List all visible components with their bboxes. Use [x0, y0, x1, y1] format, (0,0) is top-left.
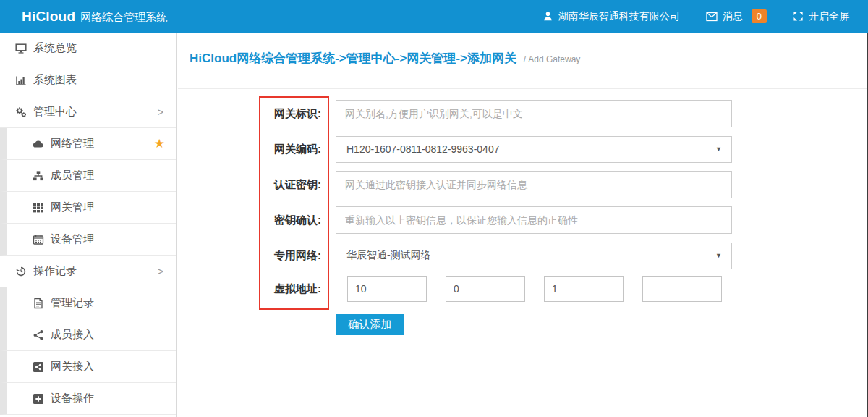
virtual-address-octet-4[interactable]: [642, 276, 722, 302]
sidebar-item-label: 网关管理: [51, 201, 94, 214]
form-row-private-network: 专用网络: 华辰智通-测试网络 ▼: [178, 242, 732, 269]
gateway-code-select[interactable]: H120-1607-0811-0812-9963-0407 ▼: [336, 136, 732, 163]
form-row-virtual-address: 虚拟地址:: [178, 276, 722, 302]
bar-chart-icon: [15, 75, 28, 86]
virtual-address-label: 虚拟地址:: [178, 282, 336, 296]
sidebar-item-label: 系统总览: [33, 41, 77, 55]
gateway-code-value: H120-1607-0811-0812-9963-0407: [346, 143, 499, 155]
share-square-icon: [33, 361, 46, 373]
sidebar-item-system-charts[interactable]: 系统图表: [0, 64, 176, 96]
form-row-gateway-code: 网关编码: H120-1607-0811-0812-9963-0407 ▼: [178, 135, 732, 163]
company-account[interactable]: 湖南华辰智通科技有限公司: [542, 10, 680, 23]
auth-key-input[interactable]: [336, 171, 732, 198]
user-icon: [542, 11, 553, 22]
gateway-code-label: 网关编码:: [178, 143, 336, 156]
sidebar-item-label: 网关接入: [51, 360, 94, 374]
sidebar-item-label: 设备管理: [51, 232, 94, 246]
key-confirm-label: 密钥确认:: [178, 214, 336, 227]
plus-square-icon: [33, 393, 46, 405]
sidebar: 系统总览 系统图表 管理中心 > 网络管理 ★ 成员管理 网关管理: [0, 33, 177, 417]
sidebar-item-label: 设备操作: [51, 392, 94, 405]
history-icon: [15, 266, 28, 277]
app-title: 网络综合管理系统: [80, 11, 167, 25]
form-row-gateway-name: 网关标识:: [178, 100, 732, 127]
virtual-address-octet-3[interactable]: [544, 276, 624, 302]
content-divider: [178, 88, 868, 89]
messages-button[interactable]: 消息 0: [706, 9, 767, 23]
form-row-key-confirm: 密钥确认:: [178, 206, 732, 234]
messages-count-badge: 0: [752, 9, 767, 23]
chevron-right-icon: >: [158, 106, 163, 118]
sidebar-item-label: 成员管理: [51, 169, 94, 182]
private-network-value: 华辰智通-测试网络: [346, 249, 431, 262]
sidebar-item-label: 网络管理: [51, 137, 94, 151]
virtual-address-octet-1[interactable]: [347, 276, 427, 302]
form-row-auth-key: 认证密钥:: [178, 171, 732, 198]
private-network-label: 专用网络:: [178, 249, 336, 263]
virtual-address-octet-2[interactable]: [446, 276, 525, 302]
fullscreen-label: 开启全屏: [809, 10, 849, 23]
sitemap-icon: [33, 170, 46, 182]
breadcrumb: HiCloud网络综合管理系统->管理中心->网关管理->添加网关 / Add …: [190, 50, 580, 67]
grid-icon: [33, 202, 46, 214]
caret-down-icon: ▼: [715, 252, 722, 259]
header-actions: 湖南华辰智通科技有限公司 消息 0 开启全屏: [542, 9, 849, 23]
sidebar-item-admin-center[interactable]: 管理中心 >: [0, 96, 176, 128]
sidebar-item-gateway-access[interactable]: 网关接入: [0, 351, 176, 383]
file-text-icon: [33, 298, 46, 309]
private-network-select[interactable]: 华辰智通-测试网络 ▼: [336, 243, 732, 269]
confirm-add-button[interactable]: 确认添加: [336, 314, 404, 335]
sidebar-item-operation-records[interactable]: 操作记录 >: [0, 256, 176, 287]
sidebar-item-network-management[interactable]: 网络管理 ★: [0, 128, 176, 160]
key-confirm-input[interactable]: [336, 206, 732, 234]
caret-down-icon: ▼: [715, 146, 722, 153]
sidebar-item-label: 系统图表: [33, 73, 77, 87]
cloud-icon: [33, 138, 46, 150]
sidebar-item-device-management[interactable]: 设备管理: [0, 224, 176, 256]
gateway-name-input[interactable]: [336, 100, 732, 127]
gateway-name-label: 网关标识:: [178, 107, 336, 121]
sidebar-item-member-access[interactable]: 成员接入: [0, 319, 176, 351]
expand-icon: [793, 11, 804, 22]
app-brand: HiCloud: [22, 9, 75, 25]
sidebar-item-label: 管理中心: [33, 105, 77, 119]
envelope-icon: [706, 12, 718, 22]
sidebar-item-label: 操作记录: [33, 264, 77, 278]
company-name: 湖南华辰智通科技有限公司: [558, 10, 680, 23]
calendar-icon: [33, 234, 46, 245]
breadcrumb-suffix: / Add Gateway: [524, 54, 581, 64]
main-content: HiCloud网络综合管理系统->管理中心->网关管理->添加网关 / Add …: [178, 33, 868, 417]
sidebar-item-admin-records[interactable]: 管理记录: [0, 287, 176, 319]
sidebar-item-device-operations[interactable]: 设备操作: [0, 383, 176, 415]
app-logo[interactable]: HiCloud 网络综合管理系统: [22, 9, 167, 25]
sidebar-item-label: 管理记录: [51, 296, 94, 310]
messages-label: 消息: [723, 10, 743, 23]
virtual-address-group: [347, 276, 722, 302]
desktop-icon: [15, 43, 28, 54]
sidebar-item-gateway-management[interactable]: 网关管理: [0, 192, 176, 224]
top-header: HiCloud 网络综合管理系统 湖南华辰智通科技有限公司 消息 0 开启全屏: [0, 0, 868, 33]
auth-key-label: 认证密钥:: [178, 178, 336, 192]
share-icon: [33, 329, 46, 341]
breadcrumb-path: HiCloud网络综合管理系统->管理中心->网关管理->添加网关: [190, 51, 516, 65]
sidebar-item-member-management[interactable]: 成员管理: [0, 160, 176, 192]
star-icon[interactable]: ★: [154, 138, 165, 150]
gears-icon: [15, 106, 28, 118]
sidebar-item-label: 成员接入: [51, 328, 94, 342]
fullscreen-button[interactable]: 开启全屏: [793, 10, 849, 23]
chevron-right-icon: >: [158, 266, 163, 277]
sidebar-item-system-overview[interactable]: 系统总览: [0, 33, 176, 64]
